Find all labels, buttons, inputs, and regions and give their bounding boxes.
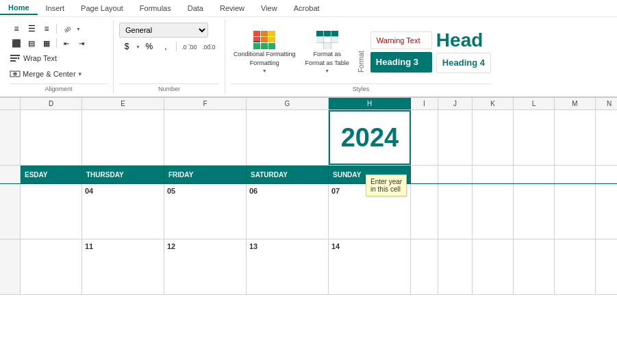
cell-m-week2[interactable] xyxy=(555,239,596,294)
day-header-g: SATURDAY xyxy=(247,166,329,183)
cell-n-week2[interactable] xyxy=(596,239,617,294)
tab-home[interactable]: Home xyxy=(0,1,38,15)
cell-j-week1[interactable] xyxy=(438,184,473,239)
percent-btn[interactable]: % xyxy=(142,40,157,53)
orientation-btn[interactable]: ab xyxy=(60,23,75,35)
styles-group-content: Conditional Formatting Formatting ▼ Form… xyxy=(231,20,491,83)
cell-n-week1[interactable] xyxy=(596,184,617,239)
cell-g-year[interactable] xyxy=(247,110,329,165)
ribbon-content: ≡ ☰ ≡ ab ▼ ⬛ ▤ ▦ ⇤ ⇥ xyxy=(0,17,617,98)
cell-i-year[interactable] xyxy=(411,110,438,165)
align-top-left-btn[interactable]: ≡ xyxy=(10,23,23,35)
cell-m-year[interactable] xyxy=(555,110,596,165)
col-header-m[interactable]: M xyxy=(555,98,596,109)
cell-f-week2[interactable]: 12 xyxy=(164,239,247,294)
svg-rect-2 xyxy=(10,57,17,59)
cell-i-week1[interactable] xyxy=(411,184,438,239)
increase-decimal-btn[interactable]: .0.00→ xyxy=(179,40,199,53)
row-num-header xyxy=(0,98,21,109)
wrap-text-btn[interactable]: Wrap Text xyxy=(10,51,57,65)
heading3-btn[interactable]: Heading 3 xyxy=(370,52,432,73)
merge-caret[interactable]: ▼ xyxy=(77,71,83,77)
col-header-f[interactable]: F xyxy=(164,98,247,109)
align-top-right-btn[interactable]: ≡ xyxy=(40,23,53,35)
align-top-center-btn[interactable]: ☰ xyxy=(25,23,38,35)
svg-rect-1 xyxy=(10,55,20,56)
tab-formulas[interactable]: Formulas xyxy=(131,2,179,14)
align-right-btn[interactable]: ▦ xyxy=(40,37,53,49)
day-row-num xyxy=(0,166,21,183)
cell-h-week2[interactable]: 14 xyxy=(329,239,411,294)
col-header-g[interactable]: G xyxy=(247,98,329,109)
ribbon-tabs-bar: Home Insert Page Layout Formulas Data Re… xyxy=(0,0,617,17)
week1-row-num xyxy=(0,184,21,239)
col-header-h[interactable]: H xyxy=(329,98,411,109)
tab-page-layout[interactable]: Page Layout xyxy=(73,2,131,14)
fat-label-line2: Format as Table xyxy=(305,60,349,67)
heading4-btn[interactable]: Heading 4 xyxy=(436,53,491,73)
merge-center-btn[interactable]: Merge & Center xyxy=(10,67,76,81)
fat-label-line1: Format as xyxy=(313,51,341,58)
svg-text:ab: ab xyxy=(63,25,72,34)
cf-caret: ▼ xyxy=(262,68,267,73)
cell-m-week1[interactable] xyxy=(555,184,596,239)
year-value: 2024 xyxy=(341,123,399,153)
cell-d-week2[interactable] xyxy=(21,239,82,294)
align-left-btn[interactable]: ⬛ xyxy=(10,37,23,49)
dollar-caret[interactable]: ▼ xyxy=(136,44,140,49)
align-center-btn[interactable]: ▤ xyxy=(25,37,38,49)
day-headers-row: ESDAY THURSDAY FRIDAY SATURDAY SUNDAY xyxy=(0,166,617,184)
cell-e-week2[interactable]: 11 xyxy=(82,239,164,294)
tab-acrobat[interactable]: Acrobat xyxy=(286,2,328,14)
dollar-btn[interactable]: $ xyxy=(119,40,134,53)
alignment-group: ≡ ☰ ≡ ab ▼ ⬛ ▤ ▦ ⇤ ⇥ xyxy=(4,20,114,94)
col-header-l[interactable]: L xyxy=(514,98,555,109)
svg-text:←: ← xyxy=(207,42,213,48)
tab-review[interactable]: Review xyxy=(212,2,253,14)
decrease-decimal-btn[interactable]: .00.0← xyxy=(200,40,219,53)
tab-insert[interactable]: Insert xyxy=(38,2,73,14)
cell-k-week2[interactable] xyxy=(473,239,514,294)
day-header-k xyxy=(473,166,514,183)
column-headers-row: D E F G H I J K L M N xyxy=(0,98,617,110)
cell-k-week1[interactable] xyxy=(473,184,514,239)
cell-e-week1[interactable]: 04 xyxy=(82,184,164,239)
col-header-k[interactable]: K xyxy=(473,98,514,109)
cell-f-week1[interactable]: 05 xyxy=(164,184,247,239)
day-header-i xyxy=(411,166,438,183)
warning-text-btn[interactable]: Warning Text xyxy=(370,31,432,49)
number-format-dropdown[interactable]: General xyxy=(119,23,208,38)
tab-view[interactable]: View xyxy=(253,2,286,14)
cell-l-week2[interactable] xyxy=(514,239,555,294)
cell-i-week2[interactable] xyxy=(411,239,438,294)
cell-n-year[interactable] xyxy=(596,110,617,165)
cell-j-week2[interactable] xyxy=(438,239,473,294)
cell-g-week1[interactable]: 06 xyxy=(247,184,329,239)
tab-data[interactable]: Data xyxy=(179,2,212,14)
col-header-n[interactable]: N xyxy=(596,98,617,109)
cell-d-week1[interactable] xyxy=(21,184,82,239)
col-header-j[interactable]: J xyxy=(438,98,473,109)
day-header-d: ESDAY xyxy=(21,166,82,183)
cell-j-year[interactable] xyxy=(438,110,473,165)
align-top-row: ≡ ☰ ≡ ab ▼ xyxy=(10,23,108,35)
conditional-formatting-btn[interactable]: Conditional Formatting Formatting ▼ xyxy=(231,28,299,76)
wrap-text-label: Wrap Text xyxy=(23,54,57,62)
cell-e-year[interactable] xyxy=(82,110,164,165)
comma-btn[interactable]: , xyxy=(158,40,173,53)
cell-f-year[interactable] xyxy=(164,110,247,165)
cell-l-week1[interactable] xyxy=(514,184,555,239)
number-group: General $ ▼ % , .0.00→ xyxy=(114,20,225,94)
col-header-e[interactable]: E xyxy=(82,98,164,109)
cell-d-year[interactable] xyxy=(21,110,82,165)
cell-g-week2[interactable]: 13 xyxy=(247,239,329,294)
merge-center-label: Merge & Center xyxy=(23,70,76,78)
col-header-d[interactable]: D xyxy=(21,98,82,109)
indent-decrease-btn[interactable]: ⇤ xyxy=(60,37,73,49)
cell-l-year[interactable] xyxy=(514,110,555,165)
col-header-i[interactable]: I xyxy=(411,98,438,109)
indent-increase-btn[interactable]: ⇥ xyxy=(75,37,88,49)
cell-h-year[interactable]: 2024 Enter year in this cell xyxy=(329,110,411,165)
format-as-table-btn[interactable]: Format as Format as Table ▼ xyxy=(302,28,351,76)
cell-k-year[interactable] xyxy=(473,110,514,165)
